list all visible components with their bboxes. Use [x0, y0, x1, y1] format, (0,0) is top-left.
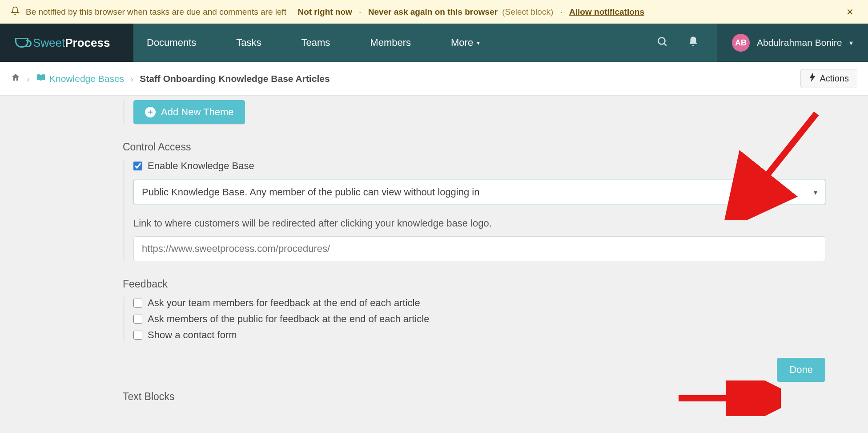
feedback-opt1-checkbox[interactable] — [133, 299, 142, 308]
notification-content: Be notified by this browser when tasks a… — [11, 6, 644, 17]
nav-documents[interactable]: Documents — [147, 37, 196, 49]
logo[interactable]: SweetProcess — [0, 24, 133, 62]
main-content: + Add New Theme Control Access Enable Kn… — [0, 96, 868, 403]
feedback-title: Feedback — [123, 278, 825, 290]
top-header: SweetProcess Documents Tasks Teams Membe… — [0, 24, 868, 62]
add-theme-label: Add New Theme — [161, 106, 233, 118]
breadcrumb-kb-label: Knowledge Bases — [49, 73, 124, 84]
notification-select-block: (Select block) — [502, 7, 553, 17]
feedback-opt3-row: Show a contact form — [133, 329, 825, 341]
bolt-icon — [809, 73, 816, 84]
notification-prefix: Be notified by this browser when tasks a… — [26, 7, 286, 17]
nav-members-label: Members — [370, 37, 411, 49]
feedback-body: Ask your team members for feedback at th… — [123, 297, 825, 341]
access-select-wrap: Public Knowledge Base. Any member of the… — [133, 180, 825, 204]
plus-circle-icon: + — [145, 107, 156, 117]
actions-button[interactable]: Actions — [800, 69, 857, 88]
feedback-opt2-row: Ask members of the public for feedback a… — [133, 313, 825, 325]
svg-point-0 — [658, 37, 665, 44]
nav-tasks[interactable]: Tasks — [236, 37, 261, 49]
content-column: + Add New Theme Control Access Enable Kn… — [43, 96, 825, 403]
feedback-section: Feedback Ask your team members for feedb… — [123, 278, 825, 341]
separator-dot: · — [558, 7, 565, 17]
control-access-body: Enable Knowledge Base Public Knowledge B… — [123, 160, 825, 261]
access-visibility-select[interactable]: Public Knowledge Base. Any member of the… — [133, 180, 825, 204]
close-icon[interactable]: ✕ — [843, 7, 857, 17]
notification-not-now[interactable]: Not right now — [297, 7, 352, 17]
breadcrumb-bar: › Knowledge Bases › Staff Onboarding Kno… — [0, 62, 868, 96]
separator-dot: · — [357, 7, 364, 17]
text-blocks-title: Text Blocks — [123, 391, 825, 403]
done-row: Done — [123, 358, 825, 382]
nav-teams-label: Teams — [301, 37, 330, 49]
breadcrumb-separator: › — [130, 73, 133, 84]
user-name: Abdulrahman Bonire — [757, 37, 842, 48]
notification-never[interactable]: Never ask again on this browser — [368, 7, 498, 17]
nav-more[interactable]: More ▾ — [451, 37, 480, 49]
control-access-section: Control Access Enable Knowledge Base Pub… — [123, 141, 825, 261]
chevron-down-icon: ▾ — [477, 39, 480, 46]
feedback-opt2-checkbox[interactable] — [133, 315, 142, 324]
notification-bar: Be notified by this browser when tasks a… — [0, 0, 868, 24]
bell-icon — [11, 6, 20, 17]
user-menu[interactable]: AB Abdulrahman Bonire ▾ — [717, 24, 868, 62]
redirect-help-text: Link to where customers will be redirect… — [133, 218, 825, 229]
logo-sweet: Sweet — [33, 36, 65, 49]
nav-icon-group — [639, 24, 717, 62]
logo-process: Process — [65, 36, 110, 49]
breadcrumb: › Knowledge Bases › Staff Onboarding Kno… — [11, 73, 330, 85]
breadcrumb-kb-link[interactable]: Knowledge Bases — [36, 73, 124, 84]
nav-documents-label: Documents — [147, 37, 196, 49]
nav-members[interactable]: Members — [370, 37, 411, 49]
actions-label: Actions — [820, 73, 849, 84]
home-icon[interactable] — [11, 73, 20, 85]
redirect-url-input[interactable] — [133, 236, 825, 261]
add-theme-button[interactable]: + Add New Theme — [133, 100, 245, 124]
feedback-opt2-label[interactable]: Ask members of the public for feedback a… — [148, 313, 429, 325]
theme-section: + Add New Theme — [123, 100, 825, 124]
cup-icon — [15, 38, 28, 48]
enable-kb-checkbox[interactable] — [133, 162, 142, 170]
logo-text: SweetProcess — [33, 36, 110, 50]
feedback-opt1-label[interactable]: Ask your team members for feedback at th… — [148, 297, 420, 309]
avatar: AB — [732, 34, 750, 52]
notifications-icon[interactable] — [687, 36, 699, 50]
feedback-opt1-row: Ask your team members for feedback at th… — [133, 297, 825, 309]
search-icon[interactable] — [656, 36, 668, 50]
svg-line-1 — [664, 43, 667, 45]
nav-tasks-label: Tasks — [236, 37, 261, 49]
feedback-opt3-label[interactable]: Show a contact form — [148, 329, 237, 341]
enable-kb-label[interactable]: Enable Knowledge Base — [148, 160, 254, 172]
main-nav: Documents Tasks Teams Members More ▾ — [133, 24, 639, 62]
book-icon — [36, 73, 46, 84]
chevron-down-icon: ▾ — [849, 39, 853, 47]
breadcrumb-separator: › — [27, 73, 30, 84]
feedback-opt3-checkbox[interactable] — [133, 331, 142, 340]
nav-more-label: More — [451, 37, 473, 49]
breadcrumb-current: Staff Onboarding Knowledge Base Articles — [140, 73, 330, 84]
control-access-title: Control Access — [123, 141, 825, 153]
enable-kb-row: Enable Knowledge Base — [133, 160, 825, 172]
notification-allow-link[interactable]: Allow notifications — [569, 7, 644, 17]
done-button[interactable]: Done — [777, 358, 825, 382]
nav-teams[interactable]: Teams — [301, 37, 330, 49]
